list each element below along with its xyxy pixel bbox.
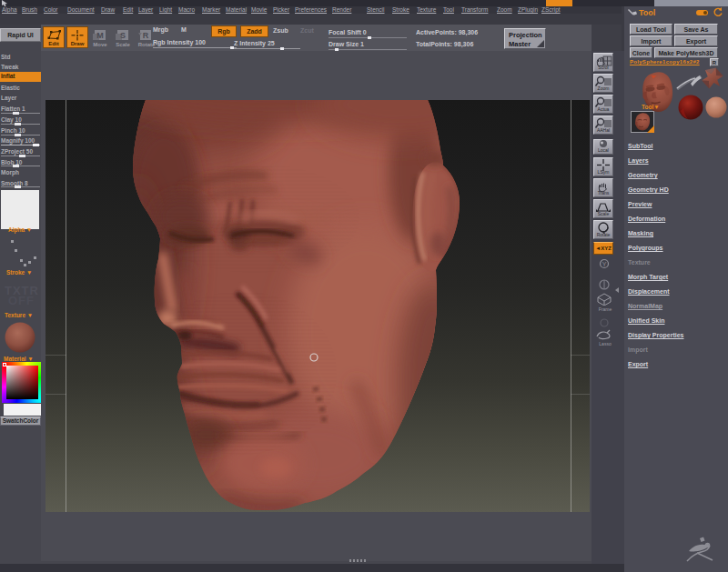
svg-text:S: S [120,31,126,40]
svg-text:M: M [96,31,104,40]
svg-text:Y: Y [602,261,607,267]
svg-text:R: R [143,31,149,40]
